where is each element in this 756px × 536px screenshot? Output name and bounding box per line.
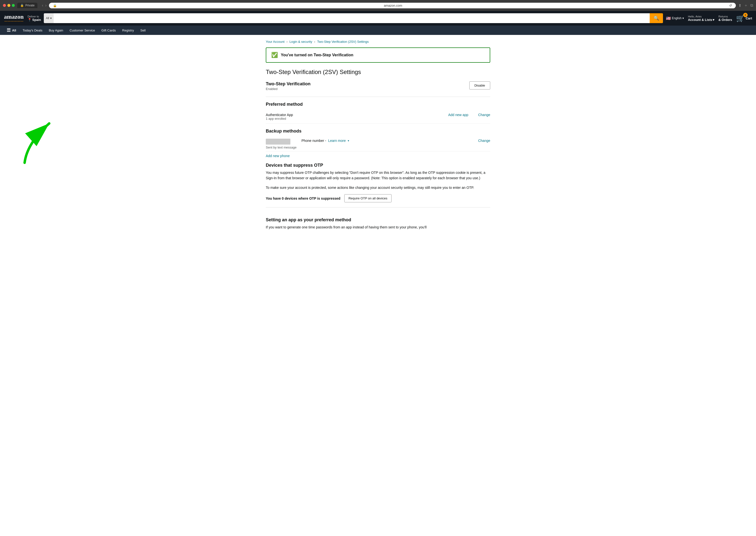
maximize-dot[interactable] [12,4,15,7]
add-new-app-button[interactable]: Add new app [448,113,468,117]
success-checkmark-icon: ✅ [271,52,278,58]
browser-actions: ⬆ ＋ ⧉ [738,3,753,8]
otp-section: Devices that suppress OTP You may suppre… [266,163,490,202]
location-pin-icon: 📍 [27,18,31,22]
deliver-country: Spain [32,18,41,22]
browser-nav: ‹ › [42,3,47,8]
nav-item-registry[interactable]: Registry [120,27,137,34]
lang-chevron-icon: ▾ [682,17,684,20]
browser-chrome: 🔒 Private ‹ › 🔒 amazon.com ↺ ⬆ ＋ ⧉ [0,0,756,11]
returns-label: Returns [718,15,732,18]
auth-app-row: Authenticator App 1 app enrolled Add new… [266,110,490,124]
breadcrumb-sep-1: › [286,40,287,44]
breadcrumb: Your Account › Login & security › Two-St… [266,40,490,44]
two-step-section-header: Two-Step Verification Enabled Disable [266,82,490,91]
require-otp-button[interactable]: Require OTP on all devices [344,194,391,202]
nav-customer-service-label: Customer Service [70,28,95,32]
account-block[interactable]: Hello, Aries Account & Lists ▾ [688,15,714,22]
account-greeting: Hello, Aries [688,15,714,18]
nav-sell-label: Sell [140,28,146,32]
phone-label: Phone number - [302,139,326,143]
otp-suppressed-row: You have 0 devices where OTP is suppress… [266,194,490,202]
app-preferred-title: Setting an app as your preferred method [266,218,490,222]
change-phone-button[interactable]: Change [478,139,490,143]
nav-item-all[interactable]: ☰ All [4,26,19,35]
learn-more-caret-icon: ▾ [348,139,349,142]
share-icon[interactable]: ⬆ [738,3,741,8]
account-main: Account & Lists ▾ [688,18,714,22]
amazon-logo[interactable]: amazon ⸻⸻⸻⸻⸻⸻ [4,14,24,23]
nav-item-todays-deals[interactable]: Today's Deals [20,27,45,34]
auth-app-detail: 1 app enrolled [266,117,438,120]
lock-icon: 🔒 [53,4,57,7]
new-tab-icon[interactable]: ＋ [744,3,748,8]
deliver-to-block[interactable]: Deliver to 📍 Spain [27,15,41,22]
success-banner-text: You've turned on Two-Step Verification [281,53,353,57]
close-dot[interactable] [3,4,6,7]
phone-number-masked [266,139,290,145]
hamburger-icon: ☰ [7,27,11,33]
nav-item-customer-service[interactable]: Customer Service [67,27,98,34]
app-preferred-desc: If you want to generate one time passwor… [266,224,490,230]
forward-button[interactable]: › [45,3,47,8]
nav-item-sell[interactable]: Sell [138,27,148,34]
deliver-label: Deliver to [27,15,41,18]
search-button[interactable]: 🔍 [650,13,663,23]
disable-button[interactable]: Disable [469,82,490,89]
auth-app-info: Authenticator App 1 app enrolled [266,113,438,120]
nav-registry-label: Registry [122,28,134,32]
two-step-title: Two-Step Verification [266,82,310,86]
reload-icon[interactable]: ↺ [729,4,732,7]
preferred-method-section: Preferred method Authenticator App 1 app… [266,102,490,124]
sent-by-text-label: Sent by text message [266,146,297,149]
success-banner: ✅ You've turned on Two-Step Verification [266,48,490,63]
backup-methods-section: Backup methods Sent by text message Phon… [266,129,490,158]
two-step-section: Two-Step Verification Enabled Disable [266,82,490,97]
amazon-header: amazon ⸻⸻⸻⸻⸻⸻ Deliver to 📍 Spain All ▾ 🔍… [0,11,756,25]
minimize-dot[interactable] [7,4,10,7]
deliver-location: 📍 Spain [27,18,41,22]
add-new-phone-link[interactable]: Add new phone [266,154,290,158]
breadcrumb-login-security-link[interactable]: Login & security [289,40,312,44]
search-category-label: All [46,17,49,20]
cart-block[interactable]: 🛒 0 Cart [736,14,752,22]
nav-item-buy-again[interactable]: Buy Again [46,27,66,34]
address-bar[interactable]: 🔒 amazon.com ↺ [49,3,736,8]
preferred-method-title: Preferred method [266,102,490,107]
tab-private-icon: 🔒 [20,4,24,7]
search-input[interactable] [54,13,650,23]
back-button[interactable]: ‹ [42,3,43,8]
learn-more-link[interactable]: Learn more [328,139,346,143]
breadcrumb-account-link[interactable]: Your Account [266,40,284,44]
nav-gift-cards-label: Gift Cards [101,28,116,32]
language-selector[interactable]: 🇺🇸 English ▾ [666,16,684,21]
phone-row: Sent by text message Phone number - Lear… [266,137,490,151]
search-bar: All ▾ 🔍 [44,13,663,23]
cart-label: Cart [746,17,752,20]
change-app-button[interactable]: Change [478,113,490,117]
otp-title: Devices that suppress OTP [266,163,490,168]
tab-label: Private [25,4,34,7]
returns-block[interactable]: Returns & Orders [718,15,732,22]
nav-todays-deals-label: Today's Deals [23,28,43,32]
auth-app-actions: Add new app Change [448,113,490,117]
page-title: Two-Step Verification (2SV) Settings [266,69,490,76]
nav-bar: ☰ All Today's Deals Buy Again Customer S… [0,25,756,35]
account-chevron-icon: ▾ [713,18,714,22]
browser-tab[interactable]: 🔒 Private [17,3,37,8]
logo-smile: ⸻⸻⸻⸻⸻⸻ [4,19,23,23]
header-right: 🇺🇸 English ▾ Hello, Aries Account & List… [666,14,752,22]
auth-app-label: Authenticator App [266,113,438,117]
url-display: amazon.com [59,4,727,7]
cart-count-badge: 0 [743,13,748,17]
otp-desc-1: You may suppress future OTP challenges b… [266,170,490,181]
otp-desc-2: To make sure your account is protected, … [266,185,490,190]
returns-orders-label: & Orders [718,18,732,22]
breadcrumb-current: Two-Step Verification (2SV) Settings [317,40,369,44]
search-category-select[interactable]: All ▾ [44,13,54,23]
tabs-icon[interactable]: ⧉ [750,3,753,8]
content-wrapper: Your Account › Login & security › Two-St… [0,35,756,235]
main-content: Your Account › Login & security › Two-St… [260,35,496,235]
two-step-status: Enabled [266,87,310,91]
nav-item-gift-cards[interactable]: Gift Cards [99,27,119,34]
